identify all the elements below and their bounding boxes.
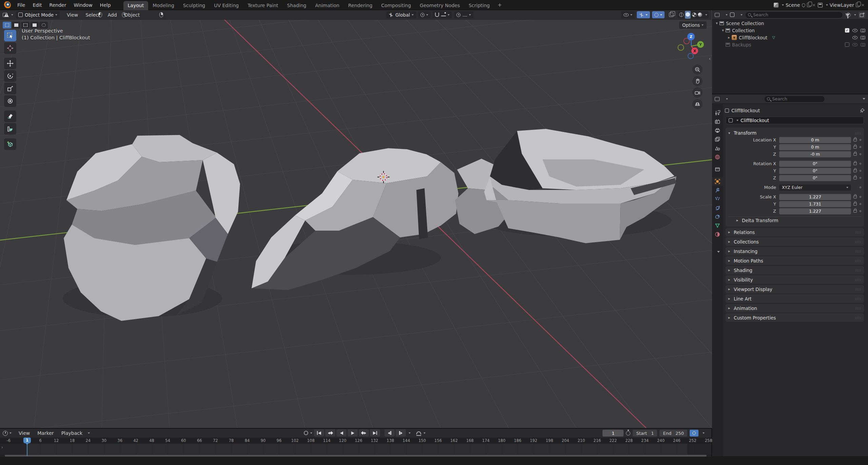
lock-icon[interactable] — [853, 196, 857, 198]
viewport-menu-item[interactable]: Add — [104, 12, 120, 18]
timeline-track[interactable] — [0, 444, 711, 454]
tab-render[interactable] — [712, 117, 723, 126]
value-field[interactable]: -0 m — [779, 151, 851, 157]
object-name-field[interactable]: CliffBlockout — [726, 117, 864, 124]
timeline-menu-item[interactable]: Marker — [34, 430, 57, 436]
viewlayer-selector[interactable]: ViewLayer × — [818, 2, 865, 8]
collapsed-panel-header[interactable]: ▸ Line Art :::: — [726, 294, 864, 303]
value-field[interactable]: XYZ Euler — [779, 185, 851, 191]
outliner-item-label[interactable]: Collection — [732, 28, 755, 33]
collapsed-panel-header[interactable]: ▸ Animation :::: — [726, 304, 864, 312]
tool-move[interactable] — [4, 58, 16, 69]
expander-icon[interactable]: ▾ — [714, 21, 719, 25]
collapsed-panel-header[interactable]: ▸ Viewport Display :::: — [726, 285, 864, 293]
scene-selector[interactable]: Scene × — [774, 2, 816, 8]
transform-panel-header[interactable]: ▾ Transform :::: — [728, 129, 861, 137]
menu-item[interactable]: Help — [96, 2, 115, 8]
snap-target-icon[interactable] — [441, 14, 446, 16]
tab-output[interactable] — [712, 126, 723, 135]
select-mode-invert[interactable] — [30, 22, 39, 28]
workspace-tab[interactable]: Layout — [123, 1, 149, 10]
panel-drag-handle[interactable]: :::: — [855, 249, 861, 253]
animate-dot-icon[interactable] — [860, 153, 861, 155]
xray-toggle[interactable] — [667, 11, 676, 18]
animate-dot-icon[interactable] — [860, 163, 861, 164]
keying-set-button[interactable] — [690, 430, 698, 437]
collapsed-panel-header[interactable]: ▸ Motion Paths :::: — [726, 256, 864, 265]
outliner-row-collection[interactable]: ▾Collection✓ — [712, 27, 868, 34]
tab-scene[interactable] — [712, 144, 723, 153]
tool-scale[interactable] — [4, 83, 16, 94]
viewport-scene[interactable] — [0, 10, 712, 428]
chevron-down-icon[interactable] — [717, 251, 720, 253]
timeline-ruler[interactable]: -661218243036424854606672788490961021081… — [0, 438, 711, 444]
panel-drag-handle[interactable]: :::: — [855, 240, 861, 244]
value-field[interactable]: 0 m — [779, 144, 851, 150]
editor-type-icon[interactable] — [715, 97, 719, 101]
shading-wireframe-icon[interactable] — [679, 13, 684, 17]
viewport-3d[interactable]: Object Mode ViewSelectAddObject Global — [0, 10, 712, 428]
new-viewlayer-icon[interactable] — [856, 3, 860, 7]
animate-dot-icon[interactable] — [860, 203, 861, 205]
outliner-item-label[interactable]: Backups — [732, 42, 751, 47]
exclude-checkbox[interactable] — [845, 42, 849, 47]
value-field[interactable]: 0 m — [779, 137, 851, 143]
pin-icon[interactable] — [801, 2, 806, 7]
start-frame-field[interactable]: Start 1 — [633, 430, 657, 437]
disable-render-icon[interactable] — [861, 29, 865, 32]
collapsed-panel-header[interactable]: ▸ Shading :::: — [726, 266, 864, 274]
show-gizmo-toggle[interactable] — [637, 11, 650, 18]
workspace-tab[interactable]: Scripting — [464, 1, 494, 10]
animate-dot-icon[interactable] — [860, 146, 861, 148]
panel-drag-handle[interactable]: :::: — [855, 287, 861, 291]
workspace-tab[interactable]: Compositing — [377, 1, 415, 10]
outliner-item-label[interactable]: CliffBlockout — [739, 35, 767, 40]
outliner-row-cliffblockout[interactable]: ▸▼CliffBlockout▽ — [712, 34, 868, 41]
hide-eye-icon[interactable] — [852, 36, 857, 39]
lock-icon[interactable] — [853, 203, 857, 206]
frame-forward-button[interactable] — [396, 429, 406, 437]
value-field[interactable]: 1.227 — [779, 194, 851, 200]
options-dropdown[interactable]: Options — [679, 21, 707, 29]
outliner-search-input[interactable] — [753, 12, 840, 17]
menu-item[interactable]: Window — [70, 2, 96, 8]
lock-icon[interactable] — [853, 139, 857, 141]
expander-icon[interactable]: ▸ — [726, 35, 732, 40]
tool-select-box[interactable] — [4, 30, 16, 41]
current-frame-field[interactable]: 1 — [603, 430, 624, 437]
preview-range-toggle[interactable] — [416, 429, 426, 437]
timeline-menu-item[interactable]: View — [15, 430, 34, 436]
orthographic-toggle-button[interactable] — [692, 99, 703, 109]
tool-cursor[interactable] — [4, 42, 16, 54]
panel-drag-handle[interactable]: :::: — [855, 306, 861, 310]
zoom-view-button[interactable] — [692, 64, 703, 75]
tab-physics[interactable] — [712, 204, 723, 212]
magnet-icon[interactable] — [435, 13, 439, 17]
timeline-scrollbar[interactable] — [0, 454, 711, 457]
value-field[interactable]: 1.227 — [779, 208, 851, 214]
mode-dropdown[interactable]: Object Mode — [16, 11, 60, 18]
jump-to-start-button[interactable] — [314, 429, 324, 437]
editor-type-icon[interactable] — [715, 13, 719, 17]
tab-world[interactable] — [712, 153, 723, 161]
animate-dot-icon[interactable] — [860, 196, 861, 198]
delta-transform-subpanel[interactable]: ▸ Delta Transform — [728, 216, 861, 224]
lock-icon[interactable] — [853, 210, 857, 213]
orientation-dropdown[interactable]: Global — [386, 11, 416, 18]
value-field[interactable]: 0° — [779, 175, 851, 181]
collapsed-panel-header[interactable]: ▸ Visibility :::: — [726, 275, 864, 284]
panel-drag-handle[interactable]: :::: — [855, 230, 861, 234]
playhead-frame-badge[interactable]: 1 — [23, 438, 31, 443]
previous-keyframe-button[interactable] — [325, 429, 335, 437]
new-scene-icon[interactable] — [807, 3, 811, 7]
select-mode-extend[interactable] — [12, 22, 20, 28]
panel-drag-handle[interactable]: :::: — [855, 268, 861, 272]
menu-item[interactable]: File — [14, 2, 29, 8]
timeline-expand-arrow[interactable]: › — [1, 445, 3, 450]
scrollbar-thumb[interactable] — [5, 455, 707, 457]
value-field[interactable]: 1.731 — [779, 201, 851, 207]
value-field[interactable]: 0° — [779, 161, 851, 167]
animate-dot-icon[interactable] — [860, 139, 861, 141]
panel-drag-handle[interactable]: :::: — [855, 316, 861, 319]
proportional-editing-group[interactable] — [454, 11, 473, 18]
